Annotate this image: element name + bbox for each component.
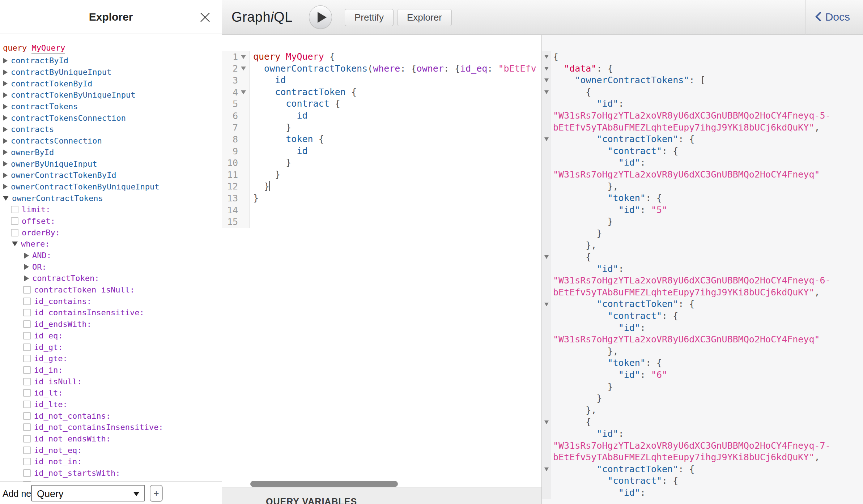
- editor-line[interactable]: }: [253, 192, 541, 204]
- docs-link[interactable]: Docs: [815, 11, 850, 23]
- operation-type-select[interactable]: Query: [31, 485, 145, 501]
- field-checkbox[interactable]: [23, 343, 31, 351]
- explorer-field-row[interactable]: contractById: [0, 55, 222, 67]
- explorer-field-row[interactable]: contractTokenByUniqueInput: [0, 89, 222, 101]
- editor-line[interactable]: }: [253, 157, 541, 169]
- explorer-toggle-button[interactable]: Explorer: [397, 9, 452, 26]
- explorer-field-row[interactable]: id_isNull:: [0, 376, 222, 387]
- field-checkbox[interactable]: [23, 320, 31, 328]
- field-checkbox[interactable]: [23, 401, 31, 408]
- field-checkbox[interactable]: [23, 412, 31, 420]
- explorer-field-row[interactable]: id_lt:: [0, 387, 222, 399]
- expand-arrow-icon[interactable]: [3, 172, 8, 178]
- fold-arrow-icon[interactable]: [544, 420, 549, 424]
- add-operation-button[interactable]: +: [150, 485, 163, 502]
- fold-arrow-icon[interactable]: [544, 78, 549, 82]
- explorer-field-row[interactable]: ownerContractTokens: [0, 192, 222, 204]
- editor-line[interactable]: [253, 216, 541, 228]
- field-checkbox[interactable]: [23, 366, 31, 374]
- explorer-field-row[interactable]: contractToken_isNull:: [0, 284, 222, 296]
- expand-arrow-icon[interactable]: [3, 58, 8, 64]
- collapse-arrow-icon[interactable]: [12, 242, 18, 246]
- field-checkbox[interactable]: [23, 435, 31, 443]
- editor-lines[interactable]: query MyQuery { ownerContractTokens(wher…: [250, 51, 541, 228]
- expand-arrow-icon[interactable]: [3, 69, 8, 75]
- explorer-field-row[interactable]: contractTokensConnection: [0, 112, 222, 124]
- explorer-field-row[interactable]: where:: [0, 238, 222, 250]
- explorer-field-row[interactable]: id_not_endsWith:: [0, 433, 222, 445]
- editor-line[interactable]: [253, 204, 541, 216]
- field-checkbox[interactable]: [23, 469, 31, 477]
- execute-button[interactable]: [309, 5, 332, 29]
- fold-arrow-icon[interactable]: [544, 55, 549, 59]
- fold-arrow-icon[interactable]: [241, 67, 246, 71]
- prettify-button[interactable]: Prettify: [345, 9, 394, 26]
- explorer-field-row[interactable]: id_startsWith:: [0, 479, 222, 482]
- query-editor[interactable]: 123456789101112131415 query MyQuery { ow…: [222, 35, 541, 487]
- editor-line[interactable]: query MyQuery {: [253, 51, 541, 63]
- editor-line[interactable]: token {: [253, 133, 541, 145]
- expand-arrow-icon[interactable]: [24, 264, 29, 270]
- explorer-field-row[interactable]: limit:: [0, 204, 222, 215]
- explorer-field-row[interactable]: contractTokens: [0, 101, 222, 112]
- field-checkbox[interactable]: [23, 286, 31, 294]
- fold-arrow-icon[interactable]: [544, 137, 549, 141]
- explorer-field-row[interactable]: ownerByUniqueInput: [0, 158, 222, 170]
- explorer-field-row[interactable]: contractsConnection: [0, 135, 222, 147]
- field-checkbox[interactable]: [23, 389, 31, 397]
- operation-name-field[interactable]: MyQuery: [31, 43, 65, 54]
- field-checkbox[interactable]: [23, 423, 31, 431]
- editor-line[interactable]: }: [253, 181, 541, 193]
- explorer-field-row[interactable]: id_endsWith:: [0, 319, 222, 330]
- field-checkbox[interactable]: [11, 206, 18, 213]
- expand-arrow-icon[interactable]: [3, 138, 8, 144]
- field-checkbox[interactable]: [11, 217, 18, 225]
- editor-horizontal-scrollbar[interactable]: [250, 481, 398, 487]
- expand-arrow-icon[interactable]: [3, 92, 8, 98]
- expand-arrow-icon[interactable]: [3, 115, 8, 121]
- explorer-field-row[interactable]: id_not_in:: [0, 456, 222, 467]
- field-checkbox[interactable]: [23, 298, 31, 305]
- editor-line[interactable]: ownerContractTokens(where: {owner: {id_e…: [253, 63, 541, 75]
- explorer-field-row[interactable]: id_not_eq:: [0, 444, 222, 456]
- field-checkbox[interactable]: [23, 309, 31, 316]
- expand-arrow-icon[interactable]: [3, 161, 8, 167]
- explorer-field-row[interactable]: contractTokenById: [0, 78, 222, 89]
- explorer-field-row[interactable]: contractByUniqueInput: [0, 67, 222, 78]
- editor-line[interactable]: }: [253, 122, 541, 134]
- explorer-field-row[interactable]: id_in:: [0, 364, 222, 376]
- expand-arrow-icon[interactable]: [3, 104, 8, 110]
- fold-arrow-icon[interactable]: [544, 255, 549, 259]
- expand-arrow-icon[interactable]: [3, 127, 8, 132]
- editor-line[interactable]: contractToken {: [253, 86, 541, 98]
- field-checkbox[interactable]: [23, 458, 31, 465]
- explorer-field-row[interactable]: id_lte:: [0, 399, 222, 410]
- explorer-field-row[interactable]: id_not_startsWith:: [0, 467, 222, 479]
- explorer-field-row[interactable]: orderBy:: [0, 227, 222, 238]
- explorer-field-row[interactable]: offset:: [0, 215, 222, 227]
- explorer-field-row[interactable]: AND:: [0, 250, 222, 261]
- editor-line[interactable]: contract {: [253, 98, 541, 110]
- expand-arrow-icon[interactable]: [3, 184, 8, 189]
- explorer-field-row[interactable]: id_contains:: [0, 295, 222, 307]
- query-variables-bar[interactable]: QUERY VARIABLES: [222, 487, 541, 504]
- field-checkbox[interactable]: [23, 447, 31, 454]
- editor-line[interactable]: id: [253, 74, 541, 86]
- explorer-field-row[interactable]: id_not_containsInsensitive:: [0, 422, 222, 433]
- explorer-field-row[interactable]: id_gte:: [0, 353, 222, 364]
- field-checkbox[interactable]: [23, 332, 31, 339]
- editor-line[interactable]: id: [253, 110, 541, 122]
- field-checkbox[interactable]: [11, 229, 18, 236]
- explorer-field-row[interactable]: OR:: [0, 261, 222, 273]
- explorer-field-row[interactable]: id_not_contains:: [0, 410, 222, 422]
- editor-line[interactable]: id: [253, 145, 541, 157]
- explorer-field-row[interactable]: contracts: [0, 124, 222, 135]
- close-icon[interactable]: [199, 11, 212, 24]
- expand-arrow-icon[interactable]: [3, 149, 8, 155]
- explorer-field-row[interactable]: id_eq:: [0, 330, 222, 342]
- explorer-field-row[interactable]: ownerById: [0, 147, 222, 158]
- explorer-field-row[interactable]: ownerContractTokenById: [0, 170, 222, 181]
- expand-arrow-icon[interactable]: [24, 276, 29, 281]
- explorer-field-row[interactable]: contractToken:: [0, 273, 222, 284]
- expand-arrow-icon[interactable]: [24, 253, 29, 259]
